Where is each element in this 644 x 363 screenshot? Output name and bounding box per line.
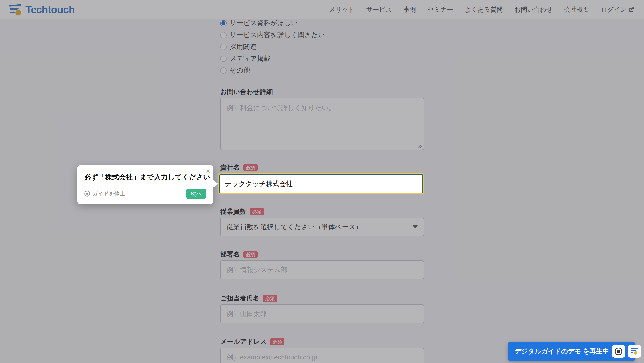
- stop-icon: [614, 347, 623, 356]
- tooltip-arrow: [213, 180, 218, 188]
- next-button[interactable]: 次へ: [186, 189, 206, 199]
- stop-guide-button[interactable]: ガイドを停止: [84, 190, 125, 197]
- company-name-input[interactable]: [218, 173, 424, 194]
- company-input-highlight: [218, 173, 424, 194]
- stop-demo-button[interactable]: [612, 345, 625, 358]
- demo-status-text: デジタルガイドのデモ を再生中: [515, 347, 609, 356]
- page: Techtouch メリット サービス 事例 セミナー よくある質問 お問い合わ…: [0, 0, 644, 363]
- techtouch-widget-button[interactable]: [628, 345, 641, 358]
- techtouch-logo-icon: [630, 348, 638, 355]
- stop-icon: [84, 191, 90, 197]
- tooltip-title: 必ず「株式会社」まで入力してください: [84, 172, 207, 182]
- demo-status-widget: デジタルガイドのデモ を再生中: [508, 342, 635, 361]
- guide-tooltip: × 必ず「株式会社」まで入力してください ガイドを停止 次へ: [77, 165, 213, 204]
